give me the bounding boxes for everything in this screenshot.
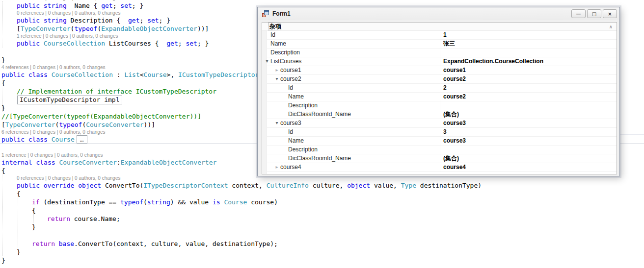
code-token: base bbox=[59, 240, 74, 247]
property-row-dicclassroomid_name[interactable]: DicClassRoomId_Name(集合) bbox=[267, 110, 617, 119]
property-value[interactable]: 张三 bbox=[443, 40, 455, 48]
code-token: TypeConverter bbox=[21, 25, 71, 32]
property-value[interactable]: course1 bbox=[443, 66, 466, 74]
collapse-row-icon[interactable]: ▾ bbox=[273, 75, 280, 83]
code-token: ExpandableObjectConverter bbox=[121, 159, 217, 166]
code-token: CourseConverter bbox=[86, 121, 143, 128]
code-token: { bbox=[17, 190, 21, 197]
expand-row-icon[interactable]: ▸ bbox=[273, 66, 280, 74]
code-token: // Implementation of interface ICustomTy… bbox=[17, 88, 216, 95]
property-row-id[interactable]: Id3 bbox=[267, 128, 617, 137]
code-token: List bbox=[124, 71, 139, 78]
property-label: DicClassRoomId_Name bbox=[288, 154, 351, 163]
property-value[interactable]: course2 bbox=[443, 93, 466, 101]
property-grid-category-row[interactable]: 杂项 ∧ bbox=[262, 23, 617, 31]
code-token: CourseCollection bbox=[52, 71, 113, 78]
property-value[interactable]: (集合) bbox=[443, 154, 459, 163]
code-token: [ bbox=[17, 25, 21, 32]
property-label: course1 bbox=[280, 66, 301, 74]
property-row-course1[interactable]: ▸course1course1 bbox=[267, 66, 617, 75]
property-row-description[interactable]: Description bbox=[267, 146, 617, 154]
property-row-name[interactable]: Namecourse3 bbox=[267, 137, 617, 146]
category-collapse-icon[interactable]: ∧ bbox=[609, 23, 613, 31]
property-label: Description bbox=[288, 146, 318, 154]
property-row-listcourses[interactable]: ▾ListCoursesExpandCollection.CourseColle… bbox=[267, 57, 617, 66]
code-token: Course bbox=[224, 198, 247, 206]
property-row-description[interactable]: Description bbox=[267, 101, 617, 110]
property-label: Name bbox=[288, 137, 304, 145]
code-token: } bbox=[1, 257, 5, 264]
property-value[interactable]: course3 bbox=[443, 119, 466, 127]
code-token: Description { bbox=[67, 17, 128, 24]
icon-blue-square bbox=[264, 10, 269, 15]
code-token: [ bbox=[1, 121, 5, 128]
code-token: ( bbox=[143, 198, 147, 206]
code-token: get bbox=[101, 2, 112, 9]
code-token: ))] bbox=[144, 121, 155, 128]
code-line: { bbox=[0, 207, 644, 215]
code-token: culture, bbox=[309, 182, 347, 189]
collapsed-region-box[interactable]: ICustomTypeDescriptor impl bbox=[17, 96, 122, 104]
property-row-name[interactable]: Name张三 bbox=[267, 40, 617, 49]
expand-row-icon[interactable]: ▸ bbox=[273, 163, 280, 171]
property-value[interactable]: 1 bbox=[443, 31, 447, 39]
code-token: Course bbox=[144, 71, 167, 78]
collapsed-region-separator-line bbox=[620, 134, 644, 135]
close-button[interactable]: × bbox=[603, 9, 617, 18]
property-row-course3[interactable]: ▾course3course3 bbox=[267, 119, 617, 128]
property-value[interactable]: course2 bbox=[443, 75, 466, 83]
code-token: < bbox=[140, 71, 144, 78]
property-value[interactable]: (集合) bbox=[443, 110, 459, 119]
property-label: course3 bbox=[280, 119, 301, 127]
code-token: Name { bbox=[67, 2, 101, 9]
property-value[interactable]: 3 bbox=[443, 128, 447, 136]
property-row-course2[interactable]: ▾course2course2 bbox=[267, 75, 617, 84]
property-label: Description bbox=[288, 101, 318, 110]
form1-window: Form1 — □ × 杂项 ∧ Id1Name张三Description▾Li… bbox=[257, 7, 620, 176]
property-value[interactable]: course4 bbox=[443, 163, 466, 171]
maximize-button[interactable]: □ bbox=[587, 9, 601, 18]
property-label: Name bbox=[270, 40, 286, 48]
property-value[interactable]: course3 bbox=[443, 137, 466, 145]
collapse-row-icon[interactable]: ▾ bbox=[273, 119, 280, 127]
code-line: } bbox=[0, 223, 644, 232]
code-token: ICustomTypeDescriptor bbox=[178, 71, 259, 78]
code-token: { bbox=[1, 167, 5, 174]
minimize-button[interactable]: — bbox=[571, 9, 586, 18]
property-value[interactable]: 2 bbox=[443, 84, 447, 92]
property-label: course4 bbox=[280, 163, 301, 171]
property-row-id[interactable]: Id1 bbox=[267, 31, 617, 40]
code-token: ; } bbox=[159, 17, 170, 24]
screen: 0 references | 0 changes | 0 authors, 0 … bbox=[0, 0, 644, 268]
window-title: Form1 bbox=[272, 10, 291, 17]
collapse-row-icon[interactable]: ▾ bbox=[264, 57, 270, 66]
code-token: ; bbox=[178, 40, 186, 47]
code-token: (destinationType == bbox=[40, 198, 120, 206]
code-token: .ConvertTo(context, culture, value, dest… bbox=[74, 240, 278, 247]
code-token: set bbox=[147, 17, 159, 24]
property-row-description[interactable]: Description bbox=[267, 49, 617, 57]
code-line: } bbox=[0, 248, 644, 257]
property-label: course2 bbox=[280, 75, 301, 83]
category-label: 杂项 bbox=[269, 23, 282, 30]
code-token: } bbox=[32, 223, 36, 231]
code-token: public class bbox=[1, 71, 52, 78]
code-token: course) bbox=[247, 198, 278, 206]
code-line: { bbox=[0, 190, 644, 198]
property-row-name[interactable]: Namecourse2 bbox=[267, 93, 617, 101]
property-grid-margin-strip bbox=[262, 31, 267, 174]
code-token: set bbox=[120, 2, 132, 9]
code-token: get bbox=[128, 17, 139, 24]
code-token: typeof bbox=[120, 198, 143, 206]
code-line: return base.ConvertTo(context, culture, … bbox=[0, 240, 644, 248]
property-grid-rows: Id1Name张三Description▾ListCoursesExpandCo… bbox=[262, 31, 617, 174]
property-row-course4[interactable]: ▸course4course4 bbox=[267, 163, 617, 172]
property-row-dicclassroomid_name[interactable]: DicClassRoomId_Name(集合) bbox=[267, 154, 617, 163]
code-token: value, bbox=[370, 182, 401, 189]
property-label: ListCourses bbox=[270, 57, 301, 66]
code-token: ITypeDescriptorContext bbox=[143, 182, 228, 189]
property-row-id[interactable]: Id2 bbox=[267, 84, 617, 93]
code-token: ; } bbox=[132, 2, 143, 9]
property-value[interactable]: ExpandCollection.CourseCollection bbox=[443, 57, 543, 66]
code-token: internal class bbox=[1, 159, 59, 166]
